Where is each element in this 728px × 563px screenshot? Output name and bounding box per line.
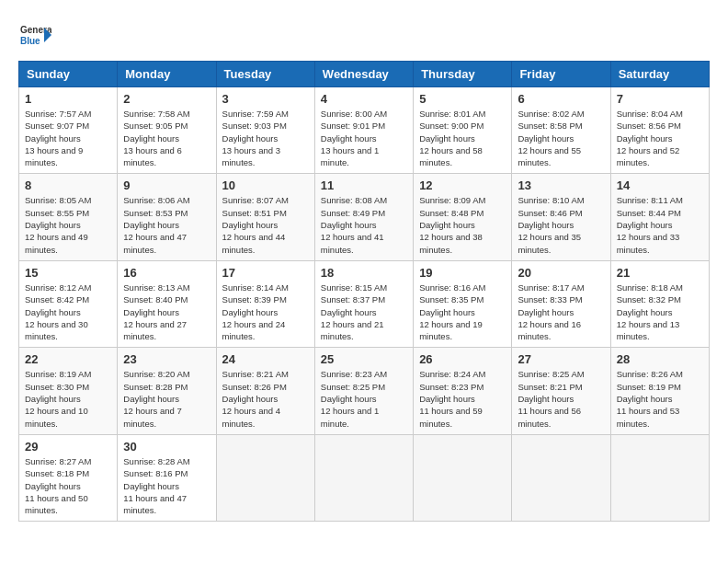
day-number: 27 bbox=[518, 352, 604, 366]
day-info: Sunrise: 8:12 AM Sunset: 8:42 PM Dayligh… bbox=[25, 282, 111, 342]
calendar-cell: 27 Sunrise: 8:25 AM Sunset: 8:21 PM Dayl… bbox=[512, 348, 610, 434]
calendar-cell: 14 Sunrise: 8:11 AM Sunset: 8:44 PM Dayl… bbox=[610, 174, 709, 260]
svg-text:Blue: Blue bbox=[20, 36, 40, 46]
day-info: Sunrise: 8:10 AM Sunset: 8:46 PM Dayligh… bbox=[518, 194, 604, 255]
day-number: 16 bbox=[123, 266, 210, 280]
day-info: Sunrise: 8:20 AM Sunset: 8:28 PM Dayligh… bbox=[123, 368, 210, 429]
calendar-cell bbox=[512, 434, 610, 521]
calendar-cell: 23 Sunrise: 8:20 AM Sunset: 8:28 PM Dayl… bbox=[118, 348, 216, 434]
day-info: Sunrise: 8:04 AM Sunset: 8:56 PM Dayligh… bbox=[617, 108, 703, 168]
calendar-cell: 28 Sunrise: 8:26 AM Sunset: 8:19 PM Dayl… bbox=[610, 348, 709, 434]
day-number: 6 bbox=[518, 92, 604, 106]
day-info: Sunrise: 8:00 AM Sunset: 9:01 PM Dayligh… bbox=[321, 108, 407, 168]
day-info: Sunrise: 8:28 AM Sunset: 8:16 PM Dayligh… bbox=[123, 455, 210, 516]
day-number: 28 bbox=[617, 352, 703, 366]
calendar-cell bbox=[610, 434, 709, 521]
day-info: Sunrise: 8:14 AM Sunset: 8:39 PM Dayligh… bbox=[222, 282, 309, 342]
calendar-cell: 12 Sunrise: 8:09 AM Sunset: 8:48 PM Dayl… bbox=[414, 174, 512, 260]
day-info: Sunrise: 8:05 AM Sunset: 8:55 PM Dayligh… bbox=[25, 194, 111, 255]
calendar-cell: 20 Sunrise: 8:17 AM Sunset: 8:33 PM Dayl… bbox=[512, 260, 610, 347]
calendar-cell: 15 Sunrise: 8:12 AM Sunset: 8:42 PM Dayl… bbox=[19, 260, 118, 347]
week-row-1: 1 Sunrise: 7:57 AM Sunset: 9:07 PM Dayli… bbox=[19, 87, 710, 174]
calendar-cell: 10 Sunrise: 8:07 AM Sunset: 8:51 PM Dayl… bbox=[216, 174, 314, 260]
day-info: Sunrise: 8:23 AM Sunset: 8:25 PM Dayligh… bbox=[321, 368, 407, 429]
day-number: 30 bbox=[123, 440, 210, 454]
day-info: Sunrise: 8:17 AM Sunset: 8:33 PM Dayligh… bbox=[518, 282, 604, 342]
day-number: 10 bbox=[222, 178, 309, 192]
calendar-cell: 22 Sunrise: 8:19 AM Sunset: 8:30 PM Dayl… bbox=[19, 348, 118, 434]
day-number: 19 bbox=[419, 266, 506, 280]
day-number: 3 bbox=[222, 92, 309, 106]
calendar-cell: 24 Sunrise: 8:21 AM Sunset: 8:26 PM Dayl… bbox=[216, 348, 314, 434]
calendar-cell: 26 Sunrise: 8:24 AM Sunset: 8:23 PM Dayl… bbox=[414, 348, 512, 434]
day-number: 24 bbox=[222, 352, 309, 366]
day-info: Sunrise: 8:16 AM Sunset: 8:35 PM Dayligh… bbox=[419, 282, 506, 342]
day-info: Sunrise: 8:25 AM Sunset: 8:21 PM Dayligh… bbox=[518, 368, 604, 429]
calendar-cell: 5 Sunrise: 8:01 AM Sunset: 9:00 PM Dayli… bbox=[414, 87, 512, 174]
calendar-table: SundayMondayTuesdayWednesdayThursdayFrid… bbox=[18, 61, 710, 522]
col-header-saturday: Saturday bbox=[610, 62, 709, 87]
calendar-cell: 25 Sunrise: 8:23 AM Sunset: 8:25 PM Dayl… bbox=[314, 348, 413, 434]
day-info: Sunrise: 7:59 AM Sunset: 9:03 PM Dayligh… bbox=[222, 108, 309, 168]
calendar-cell: 16 Sunrise: 8:13 AM Sunset: 8:40 PM Dayl… bbox=[118, 260, 216, 347]
calendar-cell bbox=[314, 434, 413, 521]
day-info: Sunrise: 8:15 AM Sunset: 8:37 PM Dayligh… bbox=[321, 282, 407, 342]
calendar-cell: 30 Sunrise: 8:28 AM Sunset: 8:16 PM Dayl… bbox=[118, 434, 216, 521]
col-header-thursday: Thursday bbox=[414, 62, 512, 87]
logo-svg: General Blue bbox=[18, 18, 51, 52]
day-info: Sunrise: 8:27 AM Sunset: 8:18 PM Dayligh… bbox=[25, 455, 111, 516]
day-number: 20 bbox=[518, 266, 604, 280]
day-number: 12 bbox=[419, 178, 506, 192]
calendar-cell: 7 Sunrise: 8:04 AM Sunset: 8:56 PM Dayli… bbox=[610, 87, 709, 174]
day-info: Sunrise: 8:06 AM Sunset: 8:53 PM Dayligh… bbox=[123, 194, 210, 255]
calendar-cell: 11 Sunrise: 8:08 AM Sunset: 8:49 PM Dayl… bbox=[314, 174, 413, 260]
day-info: Sunrise: 8:19 AM Sunset: 8:30 PM Dayligh… bbox=[25, 368, 111, 429]
day-number: 14 bbox=[617, 178, 703, 192]
week-row-3: 15 Sunrise: 8:12 AM Sunset: 8:42 PM Dayl… bbox=[19, 260, 710, 347]
day-info: Sunrise: 8:21 AM Sunset: 8:26 PM Dayligh… bbox=[222, 368, 309, 429]
day-info: Sunrise: 8:24 AM Sunset: 8:23 PM Dayligh… bbox=[419, 368, 506, 429]
day-number: 5 bbox=[419, 92, 506, 106]
calendar-cell: 9 Sunrise: 8:06 AM Sunset: 8:53 PM Dayli… bbox=[118, 174, 216, 260]
day-number: 11 bbox=[321, 178, 407, 192]
week-row-4: 22 Sunrise: 8:19 AM Sunset: 8:30 PM Dayl… bbox=[19, 348, 710, 434]
day-number: 7 bbox=[617, 92, 703, 106]
col-header-tuesday: Tuesday bbox=[216, 62, 314, 87]
day-number: 18 bbox=[321, 266, 407, 280]
week-row-5: 29 Sunrise: 8:27 AM Sunset: 8:18 PM Dayl… bbox=[19, 434, 710, 521]
day-number: 9 bbox=[123, 178, 210, 192]
day-number: 15 bbox=[25, 266, 111, 280]
day-number: 22 bbox=[25, 352, 111, 366]
logo: General Blue bbox=[18, 18, 51, 52]
day-number: 23 bbox=[123, 352, 210, 366]
day-number: 8 bbox=[25, 178, 111, 192]
calendar-cell: 13 Sunrise: 8:10 AM Sunset: 8:46 PM Dayl… bbox=[512, 174, 610, 260]
header: General Blue bbox=[18, 18, 710, 52]
day-info: Sunrise: 8:08 AM Sunset: 8:49 PM Dayligh… bbox=[321, 194, 407, 255]
day-info: Sunrise: 8:13 AM Sunset: 8:40 PM Dayligh… bbox=[123, 282, 210, 342]
week-row-2: 8 Sunrise: 8:05 AM Sunset: 8:55 PM Dayli… bbox=[19, 174, 710, 260]
calendar-cell: 29 Sunrise: 8:27 AM Sunset: 8:18 PM Dayl… bbox=[19, 434, 118, 521]
calendar-cell bbox=[216, 434, 314, 521]
calendar-cell: 1 Sunrise: 7:57 AM Sunset: 9:07 PM Dayli… bbox=[19, 87, 118, 174]
day-info: Sunrise: 8:01 AM Sunset: 9:00 PM Dayligh… bbox=[419, 108, 506, 168]
col-header-friday: Friday bbox=[512, 62, 610, 87]
day-number: 25 bbox=[321, 352, 407, 366]
day-info: Sunrise: 8:11 AM Sunset: 8:44 PM Dayligh… bbox=[617, 194, 703, 255]
calendar-cell: 18 Sunrise: 8:15 AM Sunset: 8:37 PM Dayl… bbox=[314, 260, 413, 347]
day-number: 17 bbox=[222, 266, 309, 280]
day-info: Sunrise: 7:57 AM Sunset: 9:07 PM Dayligh… bbox=[25, 108, 111, 168]
day-number: 13 bbox=[518, 178, 604, 192]
col-header-monday: Monday bbox=[118, 62, 216, 87]
day-info: Sunrise: 7:58 AM Sunset: 9:05 PM Dayligh… bbox=[123, 108, 210, 168]
day-info: Sunrise: 8:26 AM Sunset: 8:19 PM Dayligh… bbox=[617, 368, 703, 429]
day-info: Sunrise: 8:02 AM Sunset: 8:58 PM Dayligh… bbox=[518, 108, 604, 168]
calendar-cell: 17 Sunrise: 8:14 AM Sunset: 8:39 PM Dayl… bbox=[216, 260, 314, 347]
day-info: Sunrise: 8:09 AM Sunset: 8:48 PM Dayligh… bbox=[419, 194, 506, 255]
col-header-wednesday: Wednesday bbox=[314, 62, 413, 87]
day-number: 29 bbox=[25, 440, 111, 454]
day-info: Sunrise: 8:18 AM Sunset: 8:32 PM Dayligh… bbox=[617, 282, 703, 342]
day-info: Sunrise: 8:07 AM Sunset: 8:51 PM Dayligh… bbox=[222, 194, 309, 255]
day-number: 26 bbox=[419, 352, 506, 366]
calendar-cell: 3 Sunrise: 7:59 AM Sunset: 9:03 PM Dayli… bbox=[216, 87, 314, 174]
